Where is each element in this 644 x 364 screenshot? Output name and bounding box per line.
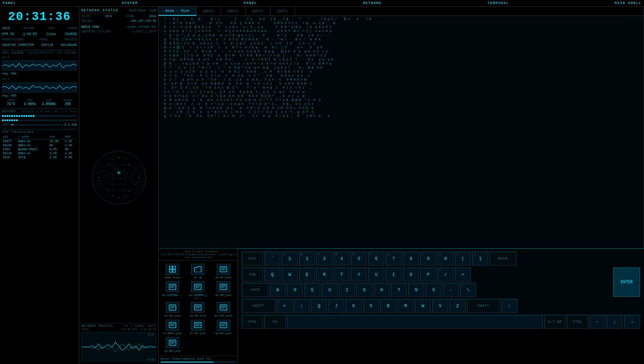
list-item[interactable]: en-DVORAK.je... [186, 281, 209, 299]
key-m[interactable]: M [398, 299, 414, 313]
key-t[interactable]: T [334, 268, 350, 281]
alt-gr-key[interactable]: ALT GR [544, 315, 565, 329]
key-j[interactable]: J [328, 299, 344, 313]
key-rbracket[interactable]: }] [472, 252, 488, 266]
fs-path: dotfiles hidden - /home/squared/.config/… [185, 250, 246, 259]
key-8[interactable]: *8 [403, 252, 419, 266]
key-dash[interactable]: –- [443, 283, 459, 297]
key-semi[interactable]: :; [294, 299, 310, 313]
key-lt[interactable]: >< [276, 299, 292, 313]
keyboard-icon [217, 320, 230, 330]
shift-right-key[interactable]: SHIFT [467, 299, 500, 313]
svg-point-41 [120, 178, 121, 179]
caps-key[interactable]: CAPS [242, 283, 268, 297]
key-pipe[interactable]: |\ [460, 283, 476, 297]
key-tilde[interactable]: ~` [264, 252, 280, 266]
key-2[interactable]: @2 [299, 252, 315, 266]
enter-key[interactable]: ENTER [613, 268, 640, 297]
list-item[interactable]: pt-BR.json [161, 337, 184, 352]
key-t-row[interactable]: T [391, 283, 407, 297]
tab-key[interactable]: TAB [242, 268, 263, 281]
key-b[interactable]: B [380, 299, 396, 313]
key-5[interactable]: %5 [351, 252, 367, 266]
key-9[interactable]: (9 [420, 252, 436, 266]
svg-point-19 [135, 171, 136, 171]
list-item[interactable]: fr-BEPO.json [161, 320, 184, 335]
list-item[interactable]: en-COLEMAK... [161, 281, 184, 299]
key-y[interactable]: Y [351, 268, 367, 281]
key-0[interactable]: )0 [438, 252, 454, 266]
tab-empty-3[interactable]: EMPTY [246, 7, 270, 16]
key-u[interactable]: U [368, 268, 384, 281]
list-item[interactable]: es-ES.json [186, 302, 209, 317]
key-k[interactable]: K [346, 299, 362, 313]
key-a[interactable]: A [270, 283, 286, 297]
svg-point-29 [115, 170, 115, 171]
key-3[interactable]: #3 [316, 252, 332, 266]
tab-empty-2[interactable]: EMPTY [221, 7, 246, 16]
tab-empty-4[interactable]: EMPTY [270, 7, 295, 16]
key-w[interactable]: W [282, 268, 298, 281]
key-slash[interactable]: ?/ [438, 268, 454, 281]
esc-key[interactable]: ESC [242, 252, 263, 266]
ctrl-left-key[interactable]: CTRL [242, 315, 263, 329]
key-u-row[interactable]: U [322, 283, 338, 297]
svg-point-39 [127, 173, 128, 174]
keyboard-icon [191, 281, 204, 292]
svg-point-13 [138, 177, 139, 178]
arrow-right-key[interactable]: → [624, 315, 640, 329]
key-h[interactable]: H [374, 283, 390, 297]
list-item[interactable]: hu-HU.json [212, 320, 235, 335]
key-1[interactable]: !1 [282, 252, 298, 266]
ctrl-right-key[interactable]: CTRL [567, 315, 588, 329]
key-x[interactable]: X [363, 299, 379, 313]
date-row: 2019 UPTIME TYPE POWER [2, 26, 77, 31]
fn-key[interactable]: FN [264, 315, 286, 329]
key-v[interactable]: V [432, 299, 448, 313]
key-r[interactable]: R [316, 268, 332, 281]
key-lbracket[interactable]: {[ [455, 252, 471, 266]
key-z[interactable]: Z [450, 299, 466, 313]
list-item[interactable]: de-DE.json [212, 264, 235, 279]
key-i-row[interactable]: I [339, 283, 355, 297]
shift-left-key[interactable]: SHIFT [242, 299, 275, 313]
tab-main-fish[interactable]: MAIN - fish [159, 7, 196, 16]
tab-empty-1[interactable]: EMPTY [196, 7, 221, 16]
key-q-shift[interactable]: Q [311, 299, 327, 313]
key-i[interactable]: I [386, 268, 402, 281]
list-item[interactable]: fr-FR.json [186, 320, 209, 335]
list-item[interactable]: en-US.json [161, 302, 184, 317]
space-key[interactable] [287, 315, 543, 329]
key-w-shift[interactable]: W [415, 299, 431, 313]
backspace-key[interactable]: BACK [489, 252, 516, 266]
key-7[interactable]: &7 [386, 252, 402, 266]
svg-rect-82 [194, 322, 201, 328]
type-val: linux [46, 32, 56, 36]
keyboard-icon [217, 264, 230, 274]
key-d[interactable]: D [356, 283, 372, 297]
key-o[interactable]: O [403, 268, 419, 281]
arrow-left-key[interactable]: ← [589, 315, 605, 329]
key-6[interactable]: ^6 [368, 252, 384, 266]
uptime-val: 1:09:55 [23, 32, 37, 36]
key-4[interactable]: $4 [334, 252, 350, 266]
svg-point-26 [114, 169, 114, 170]
key-plus[interactable]: =+ [455, 268, 471, 281]
arrow-down-key[interactable]: ↓ [607, 315, 623, 329]
key-e-row[interactable]: E [304, 283, 320, 297]
fs-progress-bar [161, 361, 235, 363]
key-q[interactable]: Q [264, 268, 280, 281]
key-p[interactable]: P [420, 268, 436, 281]
list-item[interactable]: es-LAT.json [212, 302, 235, 317]
svg-point-20 [102, 184, 103, 185]
key-s[interactable]: S [426, 283, 442, 297]
key-o-row[interactable]: O [287, 283, 303, 297]
list-item[interactable]: Show disks [161, 264, 184, 279]
svg-point-27 [115, 168, 116, 169]
list-item[interactable]: Go up [186, 264, 209, 279]
key-n[interactable]: N [408, 283, 424, 297]
arrow-up-key[interactable]: ↑ [501, 299, 517, 313]
terminal-content[interactable]: * - 0 i ; Y @ R ! } ) / x % 1 { P _ f @ … [159, 16, 644, 248]
list-item[interactable]: en-GB.json [212, 281, 235, 299]
key-e[interactable]: E [299, 268, 315, 281]
